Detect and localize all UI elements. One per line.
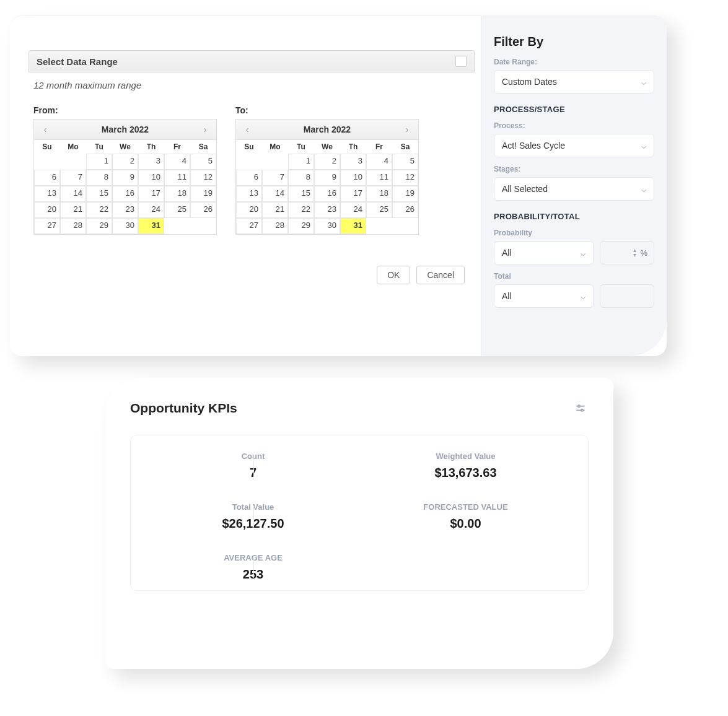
filter-panel: Filter By Date Range: Custom Dates ⌵ PRO… — [481, 16, 667, 356]
calendar-day[interactable]: 20 — [236, 202, 262, 218]
calendar-day[interactable]: 18 — [164, 186, 190, 202]
calendar-day[interactable]: 23 — [112, 202, 138, 218]
chevron-down-icon: ⌵ — [581, 248, 585, 258]
calendar-day[interactable]: 31 — [340, 218, 366, 234]
calendar-day[interactable]: 29 — [288, 218, 314, 234]
calendar-day[interactable]: 26 — [392, 202, 418, 218]
chevron-right-icon[interactable]: › — [400, 122, 414, 137]
calendar-day[interactable]: 15 — [86, 186, 112, 202]
chevron-left-icon[interactable]: ‹ — [240, 122, 255, 137]
calendar-day[interactable]: 14 — [262, 186, 288, 202]
calendar-day[interactable]: 8 — [288, 170, 314, 186]
calendar-day[interactable]: 22 — [288, 202, 314, 218]
probability-select[interactable]: All ⌵ — [494, 241, 594, 264]
calendar-day[interactable]: 25 — [366, 202, 392, 218]
probability-percent-stepper[interactable]: ▴▾ % — [600, 241, 654, 264]
calendar-day[interactable]: 24 — [138, 202, 164, 218]
to-label: To: — [235, 105, 419, 115]
calendar-day[interactable]: 13 — [34, 186, 60, 202]
calendar-day[interactable]: 17 — [340, 186, 366, 202]
calendar-day[interactable]: 18 — [366, 186, 392, 202]
stages-select[interactable]: All Selected ⌵ — [494, 177, 654, 201]
kpi-divider — [253, 506, 254, 527]
calendar-day[interactable]: 11 — [366, 170, 392, 186]
calendar-day[interactable]: 8 — [86, 170, 112, 186]
calendar-day[interactable]: 10 — [138, 170, 164, 186]
calendar-day[interactable]: 23 — [314, 202, 340, 218]
kpi-title: Opportunity KPIs — [130, 401, 237, 416]
calendar-day[interactable]: 15 — [288, 186, 314, 202]
calendar-day[interactable]: 4 — [366, 154, 392, 170]
calendar-day[interactable]: 9 — [314, 170, 340, 186]
calendar-day[interactable]: 6 — [236, 170, 262, 186]
calendar-day[interactable]: 5 — [392, 154, 418, 170]
calendar-day[interactable]: 31 — [138, 218, 164, 234]
calendar-dow: Mo — [262, 140, 288, 154]
modal-footer: OK Cancel — [29, 241, 475, 294]
calendar-dow: Sa — [190, 140, 216, 154]
calendar-day[interactable]: 30 — [112, 218, 138, 234]
calendar-day[interactable]: 14 — [60, 186, 86, 202]
kpi-value: $0.00 — [369, 517, 562, 531]
calendar-day[interactable]: 26 — [190, 202, 216, 218]
calendar-day[interactable]: 21 — [262, 202, 288, 218]
calendar-day[interactable]: 1 — [288, 154, 314, 170]
ok-button[interactable]: OK — [377, 266, 410, 284]
calendar-day[interactable]: 9 — [112, 170, 138, 186]
total-label: Total — [494, 272, 654, 281]
date-range-select[interactable]: Custom Dates ⌵ — [494, 70, 654, 94]
calendar-day[interactable]: 30 — [314, 218, 340, 234]
calendar-day[interactable]: 28 — [262, 218, 288, 234]
kpi-cell: FORECASTED VALUE$0.00 — [359, 502, 572, 531]
calendar-dow: Tu — [288, 140, 314, 154]
calendar-day[interactable]: 27 — [34, 218, 60, 234]
from-calendar-header: ‹ March 2022 › — [34, 120, 216, 140]
svg-point-1 — [578, 405, 580, 407]
calendar-day[interactable]: 24 — [340, 202, 366, 218]
calendar-day[interactable]: 4 — [164, 154, 190, 170]
calendar-day[interactable]: 25 — [164, 202, 190, 218]
kpi-grid: Count7Weighted Value$13,673.63Total Valu… — [147, 452, 572, 582]
calendar-day[interactable]: 3 — [138, 154, 164, 170]
cancel-button[interactable]: Cancel — [416, 266, 465, 284]
date-range-value: Custom Dates — [502, 77, 557, 87]
calendar-day[interactable]: 16 — [314, 186, 340, 202]
calendar-empty-cell — [60, 154, 86, 170]
calendar-day[interactable]: 11 — [164, 170, 190, 186]
calendar-day[interactable]: 10 — [340, 170, 366, 186]
calendar-day[interactable]: 19 — [392, 186, 418, 202]
calendar-day[interactable]: 5 — [190, 154, 216, 170]
chevron-left-icon[interactable]: ‹ — [38, 122, 53, 137]
calendar-day[interactable]: 1 — [86, 154, 112, 170]
calendar-dow: Fr — [164, 140, 190, 154]
calendar-day[interactable]: 2 — [112, 154, 138, 170]
calendar-day[interactable]: 22 — [86, 202, 112, 218]
calendar-day[interactable]: 21 — [60, 202, 86, 218]
chevron-right-icon[interactable]: › — [198, 122, 213, 137]
settings-icon[interactable] — [572, 400, 589, 416]
calendar-day[interactable]: 2 — [314, 154, 340, 170]
calendar-day[interactable]: 17 — [138, 186, 164, 202]
calendar-day[interactable]: 12 — [190, 170, 216, 186]
total-input[interactable] — [600, 284, 654, 308]
calendar-day[interactable]: 3 — [340, 154, 366, 170]
calendar-day[interactable]: 13 — [236, 186, 262, 202]
calendar-day[interactable]: 7 — [262, 170, 288, 186]
close-icon[interactable] — [455, 56, 467, 67]
to-calendar-header: ‹ March 2022 › — [236, 120, 418, 140]
calendar-day[interactable]: 7 — [60, 170, 86, 186]
calendar-day[interactable]: 27 — [236, 218, 262, 234]
from-dow-row: SuMoTuWeThFrSa — [34, 140, 216, 154]
kpi-divider — [253, 557, 254, 578]
calendar-day[interactable]: 16 — [112, 186, 138, 202]
calendar-day[interactable]: 12 — [392, 170, 418, 186]
calendar-day[interactable]: 6 — [34, 170, 60, 186]
calendar-day[interactable]: 19 — [190, 186, 216, 202]
calendar-dow: Su — [236, 140, 262, 154]
calendar-day[interactable]: 28 — [60, 218, 86, 234]
calendar-day[interactable]: 29 — [86, 218, 112, 234]
total-select[interactable]: All ⌵ — [494, 284, 594, 308]
probability-label: Probability — [494, 229, 654, 237]
calendar-day[interactable]: 20 — [34, 202, 60, 218]
process-select[interactable]: Act! Sales Cycle ⌵ — [494, 134, 654, 157]
